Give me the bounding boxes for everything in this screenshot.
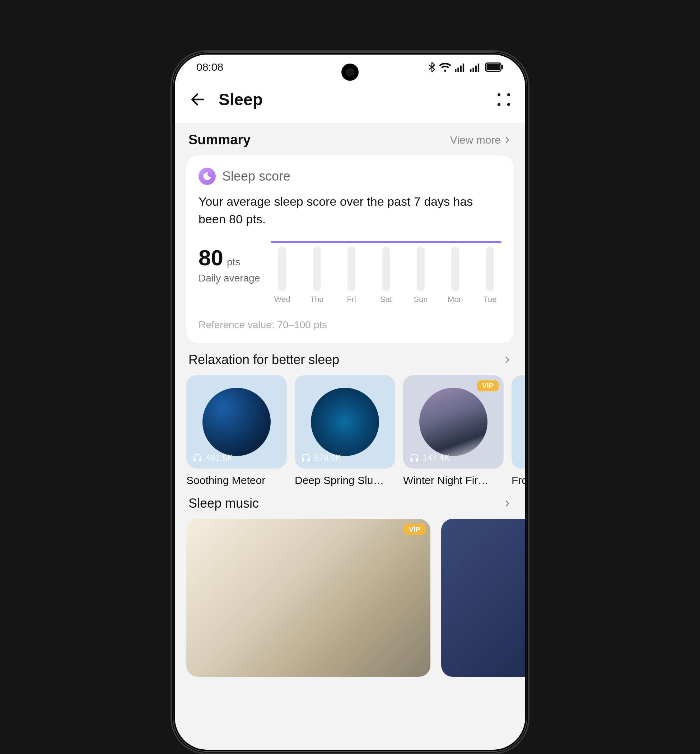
play-count: 578.9K: [301, 453, 341, 463]
track-name: Deep Spring Slu…: [295, 474, 395, 487]
svg-rect-15: [411, 458, 412, 461]
track-image: [311, 388, 379, 456]
chevron-right-icon: [503, 355, 511, 364]
track-image: [419, 388, 488, 456]
track-image: [202, 388, 271, 456]
track-thumbnail: VIP147.4K: [403, 375, 504, 469]
vip-badge: VIP: [477, 380, 498, 391]
battery-icon: [485, 63, 504, 72]
chart-day-label: Sun: [414, 295, 428, 304]
headphones-icon: [301, 453, 311, 463]
svg-rect-13: [302, 458, 304, 461]
signal-icon: [470, 63, 481, 72]
sleep-score-chart: WedThuFriSatSunMonTue: [271, 241, 502, 304]
svg-rect-0: [455, 69, 456, 72]
play-count: 481.5K: [193, 453, 233, 463]
track-thumbnail: 578.9K: [295, 375, 395, 469]
track-name: Fro…: [511, 474, 525, 487]
music-card[interactable]: VIP: [186, 519, 430, 677]
svg-rect-2: [460, 66, 462, 72]
sleep-music-list[interactable]: VIP: [175, 519, 525, 677]
chevron-right-icon: [503, 499, 511, 508]
screen: 08:08 Sleep Summary View more: [175, 55, 525, 750]
sleep-score-value: 80: [198, 245, 223, 271]
track-thumbnail: 481.5K: [186, 375, 287, 469]
svg-rect-4: [470, 69, 471, 72]
svg-rect-5: [472, 67, 474, 72]
signal-icon: [455, 63, 466, 72]
play-count: 147.4K: [409, 453, 450, 463]
status-time: 08:08: [196, 61, 223, 73]
relaxation-track-list[interactable]: 481.5KSoothing Meteor578.9KDeep Spring S…: [175, 375, 525, 487]
page-title: Sleep: [219, 90, 485, 109]
svg-rect-7: [478, 64, 479, 72]
summary-header: Summary View more: [186, 123, 514, 155]
chart-bar: Thu: [306, 247, 328, 304]
chart-day-label: Sat: [380, 295, 392, 304]
sleep-score-title: Sleep score: [222, 169, 291, 184]
chart-day-label: Thu: [310, 295, 324, 304]
sleep-score-description: Your average sleep score over the past 7…: [198, 193, 502, 228]
track-item[interactable]: 578.9KDeep Spring Slu…: [295, 375, 395, 487]
svg-rect-12: [199, 458, 201, 461]
view-more-button[interactable]: View more: [450, 134, 511, 146]
front-camera: [341, 64, 359, 81]
chart-bar: Sat: [375, 247, 397, 304]
moon-icon: [198, 168, 216, 185]
phone-frame: 08:08 Sleep Summary View more: [170, 50, 530, 754]
wifi-icon: [439, 63, 451, 72]
headphones-icon: [193, 453, 202, 463]
chart-bar: Sun: [410, 247, 431, 304]
svg-rect-16: [416, 458, 417, 461]
chart-bar: Mon: [444, 247, 466, 304]
relaxation-heading: Relaxation for better sleep: [189, 352, 339, 367]
sleep-music-header[interactable]: Sleep music: [186, 487, 514, 519]
reference-value: Reference value: 70–100 pts: [198, 319, 502, 331]
track-item[interactable]: VIP147.4KWinter Night Fir…: [403, 375, 504, 487]
svg-rect-6: [475, 66, 477, 72]
back-button[interactable]: [189, 91, 207, 108]
svg-rect-14: [308, 458, 309, 461]
vip-badge: VIP: [404, 524, 425, 535]
music-card[interactable]: [441, 519, 525, 677]
headphones-icon: [409, 453, 419, 463]
track-item[interactable]: 481.5KSoothing Meteor: [186, 375, 287, 487]
chevron-right-icon: [503, 136, 511, 144]
track-item[interactable]: Fro…: [511, 375, 525, 487]
track-name: Soothing Meteor: [186, 474, 287, 487]
track-name: Winter Night Fir…: [403, 474, 504, 487]
svg-rect-10: [502, 65, 503, 69]
svg-rect-3: [463, 64, 464, 72]
relaxation-header[interactable]: Relaxation for better sleep: [186, 343, 514, 375]
chart-bar: Wed: [271, 247, 293, 304]
chart-day-label: Fri: [347, 295, 356, 304]
chart-bar: Fri: [341, 247, 362, 304]
svg-rect-11: [194, 458, 195, 461]
sleep-music-heading: Sleep music: [189, 496, 259, 511]
summary-heading: Summary: [189, 132, 250, 147]
sleep-score-sub: Daily average: [198, 272, 260, 284]
chart-day-label: Mon: [448, 295, 463, 304]
chart-day-label: Tue: [483, 295, 497, 304]
bluetooth-icon: [428, 62, 436, 72]
chart-day-label: Wed: [274, 295, 291, 304]
svg-rect-9: [486, 64, 500, 70]
sleep-score-card[interactable]: Sleep score Your average sleep score ove…: [186, 155, 514, 343]
track-thumbnail: [511, 375, 525, 469]
svg-rect-1: [457, 67, 459, 72]
chart-bar: Tue: [479, 247, 501, 304]
more-menu-button[interactable]: [497, 92, 511, 106]
nav-bar: Sleep: [175, 76, 525, 123]
sleep-score-unit: pts: [227, 257, 240, 268]
